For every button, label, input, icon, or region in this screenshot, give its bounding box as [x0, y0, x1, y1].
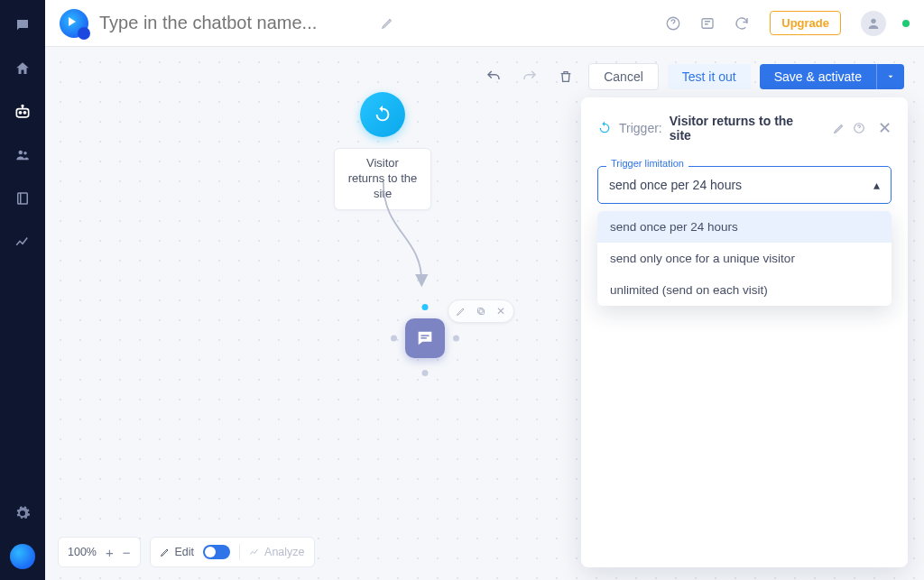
edit-mode-button[interactable]: Edit [160, 546, 195, 558]
dropdown-option[interactable]: send only once for a unique visitor [597, 243, 892, 274]
main-column: Upgrade Cancel Test it out Save & activa… [45, 0, 924, 580]
svg-rect-6 [18, 193, 28, 204]
message-node[interactable] [405, 318, 445, 358]
zoom-controls: 100% + − [58, 537, 141, 567]
nav-analytics-icon[interactable] [10, 229, 35, 254]
edit-name-icon[interactable] [381, 16, 394, 30]
canvas-toolbar: Cancel Test it out Save & activate [480, 63, 904, 90]
panel-help-icon[interactable] [853, 122, 865, 134]
svg-point-4 [19, 151, 23, 155]
svg-rect-10 [479, 309, 485, 315]
node-copy-icon[interactable] [474, 302, 488, 320]
node-action-toolbar: ✕ [448, 299, 514, 323]
analyze-mode-button[interactable]: Analyze [249, 546, 304, 558]
svg-rect-12 [420, 335, 429, 336]
trigger-limitation-field: Trigger limitation send once per 24 hour… [597, 166, 892, 306]
test-button[interactable]: Test it out [668, 64, 751, 89]
trigger-node[interactable]: Visitor returns to the site [334, 92, 431, 210]
cancel-button[interactable]: Cancel [588, 63, 659, 90]
save-activate-button[interactable]: Save & activate [760, 64, 876, 89]
panel-close-icon[interactable]: ✕ [878, 118, 892, 138]
zoom-value: 100% [68, 546, 97, 558]
delete-icon[interactable] [552, 63, 579, 90]
panel-type-label: Trigger: [619, 121, 662, 135]
svg-point-2 [23, 112, 25, 114]
nav-contacts-icon[interactable] [10, 143, 35, 168]
help-icon[interactable] [661, 12, 685, 35]
panel-header: Trigger: Visitor returns to the site ✕ [597, 114, 892, 143]
zoom-out-button[interactable]: − [123, 545, 131, 560]
panel-trigger-name: Visitor returns to the site [670, 114, 818, 143]
svg-point-3 [22, 106, 23, 107]
select-value: send once per 24 hours [609, 178, 742, 192]
chatbot-name-input[interactable] [99, 13, 370, 33]
trigger-type-icon [597, 121, 612, 135]
undo-icon[interactable] [480, 63, 507, 90]
node-port-bottom[interactable] [422, 370, 429, 376]
dropdown-option[interactable]: send once per 24 hours [597, 211, 892, 243]
mode-switch: Edit Analyze [150, 537, 315, 567]
trigger-limitation-select[interactable]: send once per 24 hours ▴ [597, 166, 892, 204]
nav-chat-icon[interactable] [10, 13, 35, 38]
dropdown-option[interactable]: unlimited (send on each visit) [597, 274, 892, 306]
trigger-limitation-dropdown: send once per 24 hours send only once fo… [597, 211, 892, 306]
trigger-settings-panel: Trigger: Visitor returns to the site ✕ T… [581, 97, 908, 567]
brand-logo[interactable] [60, 9, 88, 38]
refresh-icon[interactable] [730, 12, 753, 35]
svg-rect-8 [702, 18, 713, 28]
trigger-node-label: Visitor returns to the site [334, 148, 431, 210]
panel-edit-icon[interactable] [833, 122, 845, 134]
nav-bot-icon[interactable] [10, 99, 35, 124]
upgrade-button[interactable]: Upgrade [770, 11, 841, 35]
save-dropdown-button[interactable] [876, 64, 904, 89]
node-edit-icon[interactable] [454, 302, 468, 320]
node-port-right[interactable] [453, 336, 459, 342]
canvas-bottom-bar: 100% + − Edit Analyze [58, 537, 315, 567]
node-port-left[interactable] [391, 336, 397, 342]
mode-toggle[interactable] [203, 545, 230, 559]
svg-rect-13 [420, 337, 426, 338]
save-button-group: Save & activate [760, 64, 904, 89]
svg-point-5 [23, 152, 26, 154]
user-avatar[interactable] [861, 11, 886, 36]
top-bar: Upgrade [45, 0, 924, 47]
svg-point-1 [19, 112, 21, 114]
svg-point-9 [871, 18, 875, 23]
redo-icon[interactable] [516, 63, 543, 90]
caret-up-icon: ▴ [873, 178, 880, 192]
field-label: Trigger limitation [606, 158, 688, 169]
svg-rect-0 [16, 109, 28, 117]
node-port-top[interactable] [422, 304, 429, 310]
trigger-circle-icon[interactable] [360, 92, 405, 137]
news-icon[interactable] [696, 12, 719, 35]
nav-library-icon[interactable] [10, 186, 35, 211]
node-delete-icon[interactable]: ✕ [494, 302, 508, 320]
brand-logo-small[interactable] [10, 544, 35, 569]
left-nav-rail [0, 0, 45, 580]
zoom-in-button[interactable]: + [106, 545, 114, 560]
presence-indicator [902, 20, 910, 27]
flow-canvas[interactable]: Cancel Test it out Save & activate Visit… [45, 47, 924, 580]
nav-home-icon[interactable] [10, 56, 35, 81]
nav-settings-icon[interactable] [10, 501, 35, 526]
svg-rect-11 [478, 308, 484, 314]
